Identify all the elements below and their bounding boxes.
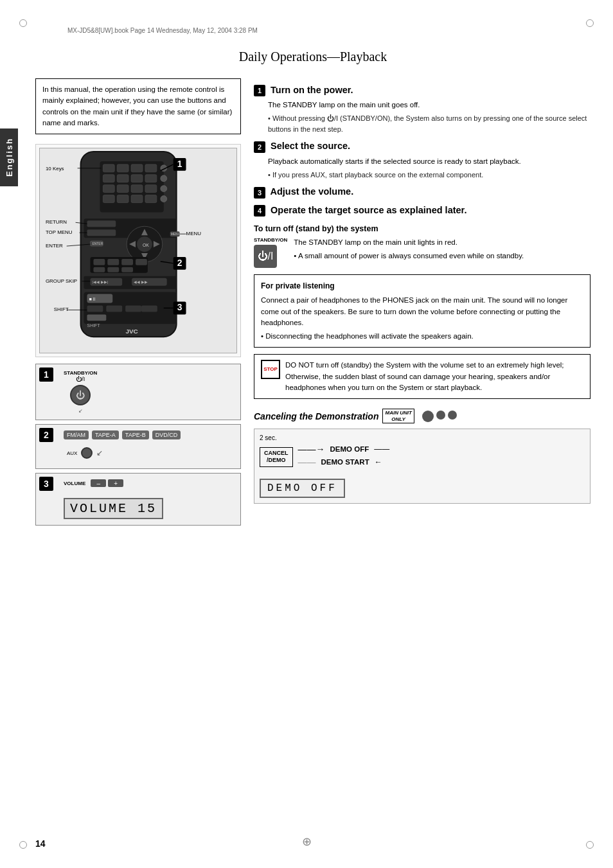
svg-rect-43	[121, 267, 133, 272]
svg-rect-40	[136, 259, 147, 265]
svg-rect-14	[103, 195, 114, 203]
unit3-volume-row: VOLUME – +	[64, 479, 123, 487]
standby-text2-content: A small amount of power is always consum…	[298, 252, 524, 260]
vol-plus-btn: +	[108, 479, 123, 487]
step1-bullet1: Without pressing ⏻/I (STANDBY/ON), the S…	[254, 113, 591, 134]
corner-mark-bl	[19, 841, 27, 849]
svg-rect-2	[103, 164, 114, 172]
svg-text:TOP MENU: TOP MENU	[46, 229, 73, 235]
standby-text2: • A small amount of power is always cons…	[294, 251, 524, 261]
warning-box: STOP DO NOT turn off (standby) the Syste…	[254, 354, 591, 399]
standby-text1: The STANDBY lamp on the main unit lights…	[294, 237, 524, 248]
svg-text:SHIFT: SHIFT	[54, 306, 69, 312]
title-sub: —Playback	[327, 49, 387, 64]
demo-dots	[422, 411, 457, 422]
demo-start-arrow: ←	[375, 457, 382, 466]
standby-bullet: •	[294, 252, 298, 260]
svg-rect-54	[125, 305, 141, 312]
svg-point-19	[161, 175, 167, 182]
standby-button-box: STANDBY/ON ⏻/I	[254, 237, 287, 269]
svg-rect-6	[103, 175, 114, 182]
cancel-label-line1: CANCEL	[264, 450, 289, 457]
page-title: Daily Operations—Playback	[35, 45, 591, 66]
unit3-content: VOLUME – + VOLUME 15	[64, 476, 235, 522]
unit1-symbol: ⏻/I	[64, 376, 97, 382]
badge-line1: MAIN UNIT	[385, 410, 411, 416]
step4-title: Operate the target source as explained l…	[271, 205, 466, 215]
step4-header: 4 Operate the target source as explained…	[254, 205, 591, 217]
two-column-layout: In this manual, the operation using the …	[35, 78, 591, 529]
unit1-button-label: STANDBY/ON	[64, 370, 97, 376]
unit2-buttons-row: FM/AM TAPE-A TAPE-B DVD/CD	[64, 430, 181, 439]
svg-rect-11	[117, 185, 129, 193]
remote-svg: OK ENTER MENU	[40, 148, 236, 353]
unit3-vol-buttons: – +	[91, 479, 123, 487]
unit1-diagram: 1 STANDBY/ON ⏻/I ⏻ ↙	[35, 364, 241, 420]
step1-title: Turn on the power.	[271, 85, 353, 95]
stop-icon: STOP	[261, 360, 280, 379]
svg-text:10 Keys: 10 Keys	[46, 166, 64, 172]
unit2-arrow: ↙	[96, 448, 103, 457]
svg-rect-41	[93, 267, 105, 272]
stop-label: STOP	[263, 366, 278, 373]
svg-text:OK: OK	[143, 243, 149, 247]
svg-rect-16	[131, 195, 143, 203]
standby-title: To turn off (stand by) the system	[254, 224, 591, 233]
file-info: MX-JD5&8[UW].book Page 14 Wednesday, May…	[67, 27, 258, 34]
svg-rect-3	[117, 164, 129, 172]
svg-rect-37	[93, 259, 105, 265]
step4-num: 4	[254, 205, 265, 217]
demo-title-text: Canceling the Demonstration	[254, 411, 378, 421]
step2-num: 2	[254, 141, 265, 153]
step3-title: Adjust the volume.	[271, 186, 354, 197]
svg-point-21	[161, 196, 167, 202]
standby-text-area: The STANDBY lamp on the main unit lights…	[294, 237, 524, 262]
step1-num: 1	[254, 85, 265, 96]
demo-duration: 2 sec.	[260, 434, 585, 441]
demo-flow: CANCEL /DEMO ——→ DEMO OFF ——	[260, 444, 585, 470]
svg-rect-56	[87, 314, 107, 321]
svg-rect-15	[117, 195, 129, 203]
standby-section: To turn off (stand by) the system STANDB…	[254, 224, 591, 269]
warning-text: DO NOT turn off (standby) the System wit…	[285, 360, 583, 393]
svg-text:1: 1	[177, 159, 182, 169]
svg-text:JVC: JVC	[125, 328, 138, 335]
demo-section: Canceling the Demonstration MAIN UNIT ON…	[254, 409, 591, 504]
unit1-curve-arrow: ↙	[64, 408, 97, 414]
corner-mark-tl	[19, 19, 27, 27]
svg-rect-5	[145, 164, 157, 172]
remote-image: OK ENTER MENU	[39, 148, 237, 353]
standby-content: STANDBY/ON ⏻/I The STANDBY lamp on the m…	[254, 237, 591, 269]
svg-rect-24	[87, 229, 116, 236]
svg-text:◀◀  ▶▶: ◀◀ ▶▶	[134, 280, 148, 284]
demo-display: DEMO OFF	[260, 479, 345, 498]
corner-mark-br	[586, 841, 594, 849]
unit1-content: STANDBY/ON ⏻/I ⏻ ↙	[64, 367, 235, 417]
language-tab: English	[0, 128, 18, 186]
unit2-number: 2	[39, 428, 53, 442]
private-listening-title: For private listening	[261, 280, 583, 292]
svg-text:ENTER: ENTER	[46, 243, 63, 249]
svg-rect-53	[106, 305, 122, 312]
svg-text:ENTER: ENTER	[92, 242, 103, 245]
unit3-number: 3	[39, 477, 53, 491]
svg-rect-52	[87, 305, 103, 312]
demo-arrows: ——→ DEMO OFF —— —— DEMO START ←	[298, 444, 390, 470]
vol-minus-btn: –	[91, 479, 106, 487]
private-listening-box: For private listening Connect a pair of …	[254, 274, 591, 348]
svg-rect-4	[131, 164, 143, 172]
svg-text:MENU: MENU	[171, 233, 181, 236]
info-box: In this manual, the operation using the …	[35, 78, 241, 134]
svg-rect-23	[87, 220, 116, 227]
right-column: 1 Turn on the power. The STANDBY lamp on…	[254, 78, 591, 529]
svg-text:SHIFT: SHIFT	[87, 323, 101, 328]
standby-symbol: ⏻/I	[258, 251, 274, 262]
svg-rect-9	[145, 175, 157, 182]
demo-cancel-button: CANCEL /DEMO	[260, 447, 293, 467]
svg-rect-17	[145, 195, 157, 203]
main-content: Daily Operations—Playback In this manual…	[35, 45, 591, 836]
unit2-btn-fmam: FM/AM	[64, 430, 89, 439]
unit2-content: FM/AM TAPE-A TAPE-B DVD/CD AUX ↙	[64, 427, 235, 462]
svg-rect-39	[121, 259, 133, 265]
svg-rect-13	[145, 185, 157, 193]
